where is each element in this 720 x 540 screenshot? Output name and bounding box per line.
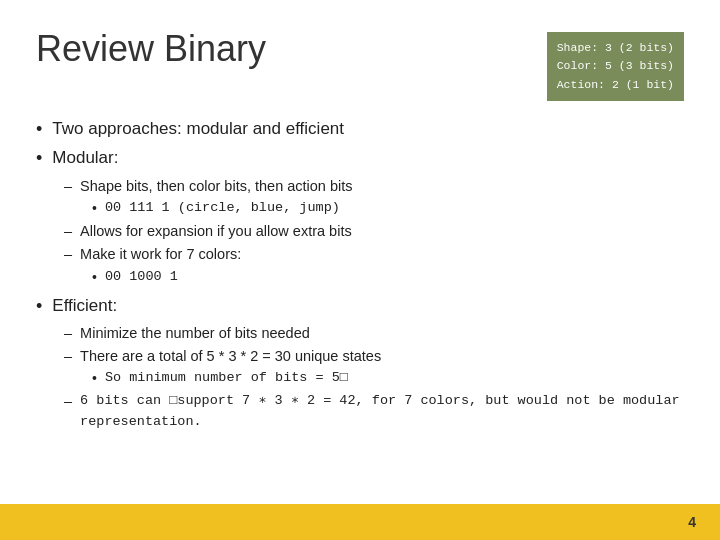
modular-sub-list: – Shape bits, then color bits, then acti… (64, 176, 684, 288)
efficient-sub-1: – Minimize the number of bits needed (64, 323, 684, 345)
bullet-1: • Two approaches: modular and efficient (36, 117, 684, 142)
subsub-text-3: So minimum number of bits = 5□ (105, 368, 348, 388)
page-number: 4 (688, 514, 696, 530)
efficient-sub-text-3: 6 bits can □support 7 ∗ 3 ∗ 2 = 42, for … (80, 391, 684, 432)
modular-sub-text-1: Shape bits, then color bits, then action… (80, 176, 352, 198)
modular-sub-text-2: Allows for expansion if you allow extra … (80, 221, 352, 243)
bullet-3: • Efficient: (36, 294, 684, 319)
dash-3: – (64, 244, 72, 266)
sub-sub-list-1: • 00 111 1 (circle, blue, jump) (92, 198, 684, 219)
bullet-2: • Modular: (36, 146, 684, 171)
bullet-dot-1: • (36, 117, 42, 142)
subsub-2: • 00 1000 1 (92, 267, 684, 288)
slide-title: Review Binary (36, 28, 266, 70)
efficient-sub-list: – Minimize the number of bits needed – T… (64, 323, 684, 432)
dash-6: – (64, 391, 72, 413)
info-line1: Shape: 3 (2 bits) (557, 39, 674, 57)
subsub-dot-2: • (92, 267, 97, 288)
subsub-text-2: 00 1000 1 (105, 267, 178, 287)
modular-sub-text-3: Make it work for 7 colors: (80, 244, 241, 266)
header: Review Binary Shape: 3 (2 bits) Color: 5… (0, 0, 720, 111)
subsub-text-1: 00 111 1 (circle, blue, jump) (105, 198, 340, 218)
efficient-sub-3: – 6 bits can □support 7 ∗ 3 ∗ 2 = 42, fo… (64, 391, 684, 432)
subsub-dot-3: • (92, 368, 97, 389)
bullet-text-3: Efficient: (52, 294, 117, 319)
info-line3: Action: 2 (1 bit) (557, 76, 674, 94)
dash-2: – (64, 221, 72, 243)
dash-5: – (64, 346, 72, 368)
efficient-sub-2: – There are a total of 5 * 3 * 2 = 30 un… (64, 346, 684, 368)
subsub-1: • 00 111 1 (circle, blue, jump) (92, 198, 684, 219)
footer: 4 (0, 504, 720, 540)
bullet-text-1: Two approaches: modular and efficient (52, 117, 344, 142)
modular-sub-2: – Allows for expansion if you allow extr… (64, 221, 684, 243)
bullet-dot-3: • (36, 294, 42, 319)
info-line2: Color: 5 (3 bits) (557, 57, 674, 75)
slide: Review Binary Shape: 3 (2 bits) Color: 5… (0, 0, 720, 540)
sub-sub-list-2: • 00 1000 1 (92, 267, 684, 288)
subsub-3: • So minimum number of bits = 5□ (92, 368, 684, 389)
efficient-sub-text-2: There are a total of 5 * 3 * 2 = 30 uniq… (80, 346, 381, 368)
sub-sub-list-3: • So minimum number of bits = 5□ (92, 368, 684, 389)
modular-sub-1: – Shape bits, then color bits, then acti… (64, 176, 684, 198)
info-box: Shape: 3 (2 bits) Color: 5 (3 bits) Acti… (547, 32, 684, 101)
bullet-text-2: Modular: (52, 146, 118, 171)
modular-sub-3: – Make it work for 7 colors: (64, 244, 684, 266)
efficient-sub-text-1: Minimize the number of bits needed (80, 323, 310, 345)
bullet-dot-2: • (36, 146, 42, 171)
content-area: • Two approaches: modular and efficient … (0, 111, 720, 504)
dash-4: – (64, 323, 72, 345)
dash-1: – (64, 176, 72, 198)
subsub-dot-1: • (92, 198, 97, 219)
